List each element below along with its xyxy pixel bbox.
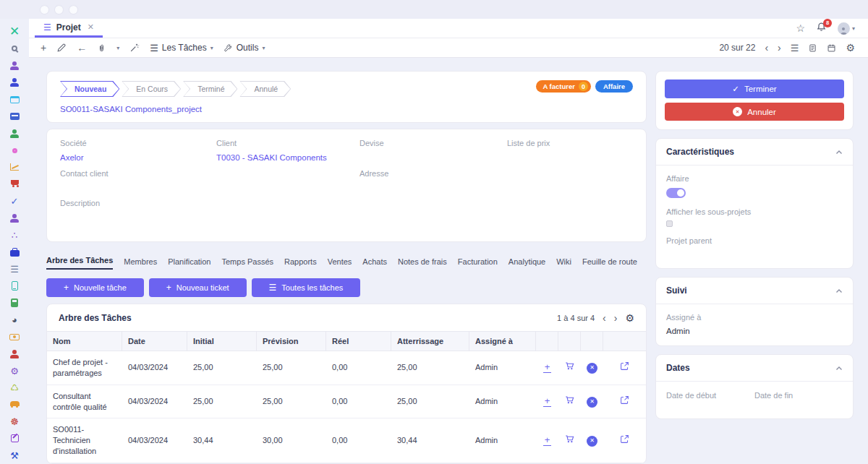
hierarchy-icon[interactable]: ∴	[0, 227, 29, 244]
task-row[interactable]: SO0011-Technicien d'installation04/03/20…	[47, 418, 646, 463]
business-toggle[interactable]	[666, 188, 686, 198]
tab-close-icon[interactable]: ✕	[88, 22, 94, 32]
add-line-icon[interactable]: +	[536, 359, 558, 376]
add-line-icon[interactable]: +	[536, 432, 558, 449]
tab-arbre-des-taches[interactable]: Arbre des Tâches	[46, 256, 113, 270]
column-header-prevision[interactable]: Prévision	[257, 332, 326, 351]
tab-feuille-de-route[interactable]: Feuille de route	[582, 257, 637, 270]
cancel-task-icon[interactable]: ✕	[581, 431, 603, 450]
client-value[interactable]: T0030 - SASAKI Components	[216, 153, 358, 162]
open-record-icon[interactable]	[603, 392, 646, 411]
task-row[interactable]: Chef de projet - paramétrages04/03/20242…	[47, 351, 646, 385]
tab-facturation[interactable]: Facturation	[458, 257, 498, 270]
cancel-task-icon[interactable]: ✕	[581, 392, 603, 411]
attachment-caret-icon[interactable]: ▾	[116, 45, 119, 51]
group-icon[interactable]	[0, 345, 29, 362]
target-icon[interactable]	[0, 142, 29, 158]
edit-square-icon[interactable]	[0, 430, 29, 447]
table-settings-gear-icon[interactable]: ⚙	[625, 313, 634, 323]
tab-temps-passes[interactable]: Temps Passés	[222, 257, 274, 270]
dates-header[interactable]: Dates	[656, 355, 853, 382]
finish-button[interactable]: ✓ Terminer	[665, 80, 844, 98]
societe-value[interactable]: Axelor	[60, 153, 215, 162]
axelor-logo[interactable]: ✕	[0, 23, 29, 40]
window-dot-minimize[interactable]	[55, 6, 63, 14]
table-next-icon[interactable]: ›	[614, 312, 618, 324]
tasks-menu[interactable]: ☰ Les Tâches ▾	[150, 43, 213, 53]
status-pill-termine[interactable]: Terminé	[183, 81, 237, 97]
favorite-star-icon[interactable]: ☆	[796, 23, 805, 33]
tab-membres[interactable]: Membres	[124, 257, 157, 270]
crm-window-icon[interactable]	[0, 91, 29, 108]
show-subprojects-checkbox[interactable]	[666, 220, 673, 227]
search-icon[interactable]	[0, 40, 29, 56]
column-header-reel[interactable]: Réel	[326, 332, 391, 351]
tracking-header[interactable]: Suivi	[656, 278, 853, 304]
column-header-date[interactable]: Date	[122, 332, 187, 351]
sales-box-icon[interactable]	[0, 108, 29, 124]
new-ticket-button[interactable]: + Nouveau ticket	[149, 278, 247, 297]
mobile-icon[interactable]	[0, 278, 29, 294]
grid-view-icon[interactable]: ☰	[791, 43, 799, 53]
tools-hammer-icon[interactable]: ⚒	[0, 447, 29, 464]
column-header-atterrissage[interactable]: Atterrissage	[391, 332, 469, 351]
cart-icon[interactable]	[558, 431, 581, 450]
calendar-view-icon[interactable]	[827, 43, 836, 53]
tab-planification[interactable]: Planification	[168, 257, 210, 270]
calculator-icon[interactable]	[0, 295, 29, 312]
next-record-icon[interactable]: ›	[778, 42, 781, 53]
add-line-icon[interactable]: +	[536, 393, 558, 410]
assigned-to-value[interactable]: Admin	[666, 327, 843, 335]
tab-rapports[interactable]: Rapports	[284, 257, 317, 270]
hr-person-icon[interactable]	[0, 210, 29, 226]
prev-record-icon[interactable]: ‹	[765, 42, 768, 53]
purchases-cart-icon[interactable]	[0, 176, 29, 192]
column-header-initial[interactable]: Initial	[187, 332, 257, 351]
table-prev-icon[interactable]: ‹	[603, 312, 606, 324]
window-dot-close[interactable]	[41, 6, 48, 14]
new-record-icon[interactable]: +	[41, 43, 46, 53]
open-record-icon[interactable]	[603, 358, 646, 377]
fleet-car-icon[interactable]	[0, 396, 29, 413]
cart-icon[interactable]	[558, 392, 581, 411]
wand-icon[interactable]	[129, 43, 140, 53]
back-arrow-icon[interactable]: ←	[77, 43, 87, 53]
cart-icon[interactable]	[558, 358, 581, 377]
settings-gear-icon[interactable]: ⚙	[846, 43, 855, 53]
window-dot-maximize[interactable]	[69, 6, 77, 14]
task-row[interactable]: Consultant contrôle qualité04/03/202425,…	[47, 385, 646, 419]
characteristics-header[interactable]: Caractéristiques	[656, 139, 853, 166]
pie-chart-icon[interactable]: ◕	[0, 312, 29, 328]
notifications-bell-icon[interactable]: 8	[816, 22, 827, 35]
teamwork-icon[interactable]	[0, 57, 29, 74]
tab-achats[interactable]: Achats	[362, 257, 387, 270]
briefcase-icon[interactable]	[0, 244, 29, 260]
attachment-paperclip-icon[interactable]	[97, 43, 106, 53]
cancel-task-icon[interactable]: ✕	[581, 358, 603, 377]
form-view-icon[interactable]	[808, 43, 817, 53]
edit-pencil-icon[interactable]	[56, 43, 67, 53]
money-icon[interactable]	[0, 328, 29, 345]
status-pill-nouveau[interactable]: Nouveau	[60, 81, 119, 97]
analytics-chart-icon[interactable]	[0, 159, 29, 176]
all-tasks-button[interactable]: ☰ Toutes les tâches	[252, 278, 361, 297]
column-header-assigne-a[interactable]: Assigné à	[469, 332, 536, 351]
tab-projet[interactable]: ☰ Projet ✕	[35, 19, 103, 38]
tools-menu[interactable]: Outils ▾	[224, 43, 265, 53]
open-record-icon[interactable]	[603, 431, 646, 450]
contacts-icon[interactable]	[0, 74, 29, 90]
tasks-check-icon[interactable]: ✓	[0, 193, 29, 210]
tab-wiki[interactable]: Wiki	[556, 257, 571, 270]
tab-ventes[interactable]: Ventes	[328, 257, 352, 270]
user-menu[interactable]: ▾	[838, 22, 855, 35]
tab-notes-de-frais[interactable]: Notes de frais	[398, 257, 447, 270]
cancel-button[interactable]: ✕ Annuler	[665, 103, 844, 121]
column-header-nom[interactable]: Nom	[47, 332, 122, 351]
employees-icon[interactable]	[0, 125, 29, 142]
recycle-icon[interactable]: ♺	[0, 379, 29, 396]
status-pill-annule[interactable]: Annulé	[239, 81, 291, 97]
tab-analytique[interactable]: Analytique	[509, 257, 545, 270]
new-task-button[interactable]: + Nouvelle tâche	[46, 278, 144, 297]
settings-gear-icon[interactable]: ⚙	[0, 362, 29, 379]
helm-icon[interactable]: ☸	[0, 413, 29, 430]
